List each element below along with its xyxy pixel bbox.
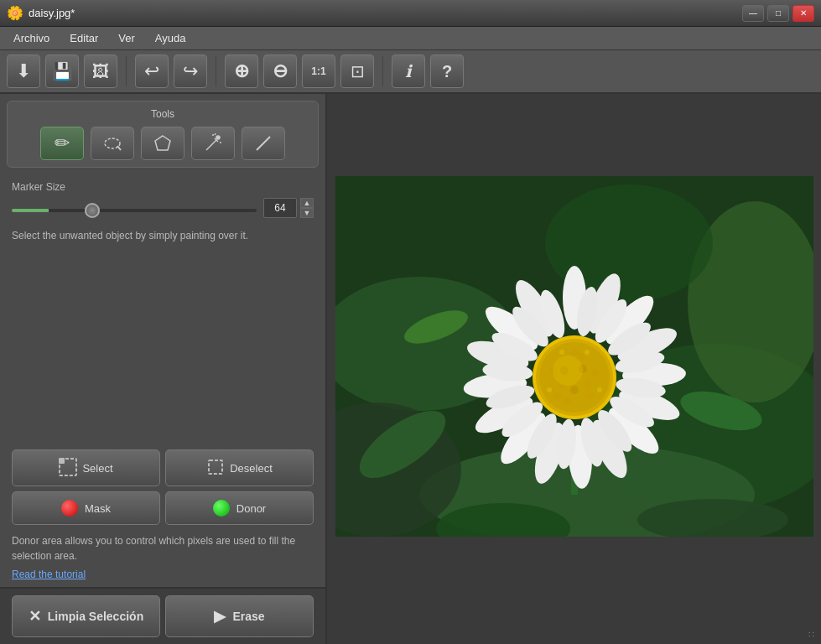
svg-line-1: [117, 146, 121, 150]
mask-row: Mask Donor: [0, 491, 325, 530]
mask-label: Mask: [85, 502, 111, 515]
left-panel: Tools ✏: [0, 94, 327, 644]
size-row: ▲ ▼: [263, 198, 314, 218]
tool-lasso[interactable]: [91, 127, 134, 160]
image-canvas: [335, 176, 813, 537]
deselect-button[interactable]: Deselect: [165, 449, 314, 486]
redo-button[interactable]: ↪: [174, 55, 207, 88]
mask-button[interactable]: Mask: [12, 491, 160, 525]
svg-point-75: [553, 356, 583, 386]
action-row: ✕ Limpia Selección ▶ Erase: [0, 587, 325, 644]
donor-button[interactable]: Donor: [165, 491, 314, 525]
erase-label: Erase: [232, 610, 264, 623]
help-button[interactable]: ?: [430, 55, 464, 88]
svg-point-62: [584, 381, 590, 387]
size-up-button[interactable]: ▲: [300, 198, 314, 208]
right-panel[interactable]: ∷: [327, 94, 821, 644]
slider-container[interactable]: [12, 200, 257, 216]
description-text: Select the unwanted object by simply pai…: [0, 225, 325, 250]
tools-label: Tools: [14, 108, 311, 120]
main-layout: Tools ✏: [0, 94, 821, 644]
svg-point-68: [571, 349, 578, 356]
marker-size-label: Marker Size: [12, 181, 314, 193]
svg-point-74: [559, 350, 564, 355]
svg-point-71: [597, 387, 602, 392]
svg-point-72: [547, 387, 552, 392]
select-label: Select: [82, 462, 112, 475]
tool-line[interactable]: [242, 127, 285, 160]
deselect-icon: [206, 458, 225, 479]
mask-icon: [61, 500, 78, 517]
tools-row: ✏: [14, 127, 311, 160]
svg-point-5: [216, 136, 220, 139]
menu-bar: Archivo Editar Ver Ayuda: [0, 27, 821, 50]
menu-ver[interactable]: Ver: [108, 29, 145, 48]
donor-icon: [213, 500, 230, 517]
clear-selection-button[interactable]: ✕ Limpia Selección: [12, 595, 160, 637]
svg-line-8: [215, 133, 216, 135]
zoom-in-button[interactable]: ⊕: [225, 55, 258, 88]
app-icon: 🌼: [7, 5, 23, 21]
clear-icon: ✕: [29, 607, 41, 626]
svg-point-69: [588, 392, 595, 399]
svg-point-65: [564, 397, 571, 404]
menu-editar[interactable]: Editar: [60, 29, 108, 48]
svg-point-64: [578, 353, 585, 360]
image-button[interactable]: 🖼: [84, 55, 117, 88]
svg-line-3: [206, 140, 216, 150]
panel-spacer: [0, 250, 325, 444]
zoom-out-button[interactable]: ⊖: [263, 55, 297, 88]
minimize-button[interactable]: —: [742, 5, 764, 22]
menu-archivo[interactable]: Archivo: [3, 29, 60, 48]
clear-label: Limpia Selección: [48, 610, 143, 624]
tool-magic[interactable]: [191, 127, 235, 160]
tool-paint[interactable]: ✏: [40, 127, 84, 160]
tool-polygon[interactable]: [141, 127, 184, 160]
tools-section: Tools ✏: [7, 101, 319, 168]
deselect-label: Deselect: [230, 462, 273, 475]
one-to-one-button[interactable]: 1:1: [302, 55, 335, 88]
svg-rect-12: [209, 460, 222, 474]
menu-ayuda[interactable]: Ayuda: [145, 29, 196, 48]
svg-line-9: [257, 137, 270, 150]
maximize-button[interactable]: □: [767, 5, 789, 22]
toolbar-separator-3: [382, 56, 383, 86]
title-bar: 🌼 daisy.jpg* — □ ✕: [0, 0, 821, 27]
size-down-button[interactable]: ▼: [300, 208, 314, 218]
undo-button[interactable]: ↩: [135, 55, 169, 88]
fit-button[interactable]: ⊡: [340, 55, 374, 88]
title-left: 🌼 daisy.jpg*: [7, 5, 75, 21]
size-spinners: ▲ ▼: [300, 198, 314, 218]
donor-label: Donor: [236, 502, 266, 515]
select-row: Select Deselect: [0, 444, 325, 491]
svg-point-73: [585, 350, 590, 355]
erase-icon: ▶: [214, 607, 226, 626]
svg-point-66: [592, 370, 599, 377]
svg-point-61: [570, 386, 579, 394]
status-bar: ∷: [808, 630, 814, 641]
donor-description: Donor area allows you to control which p…: [0, 530, 325, 567]
svg-marker-2: [155, 136, 170, 150]
window-controls: — □ ✕: [742, 5, 814, 22]
erase-button[interactable]: ▶ Erase: [165, 595, 314, 637]
read-tutorial-link[interactable]: Read the tutorial: [0, 567, 325, 587]
size-input[interactable]: [263, 198, 297, 218]
close-button[interactable]: ✕: [792, 5, 814, 22]
svg-point-70: [554, 392, 561, 399]
marker-section: Marker Size ▲ ▼: [0, 174, 325, 225]
toolbar-separator-2: [216, 56, 216, 86]
select-icon: [59, 458, 77, 479]
svg-rect-11: [59, 458, 65, 464]
info-button[interactable]: ℹ: [392, 55, 425, 88]
marker-row: ▲ ▼: [12, 198, 314, 218]
marker-size-slider[interactable]: [12, 209, 257, 212]
flower-image: [335, 176, 813, 537]
save-button[interactable]: 💾: [45, 55, 79, 88]
select-button[interactable]: Select: [12, 449, 160, 486]
toolbar: ⬇ 💾 🖼 ↩ ↪ ⊕ ⊖ 1:1 ⊡ ℹ ?: [0, 50, 821, 94]
open-button[interactable]: ⬇: [7, 55, 40, 88]
window-title: daisy.jpg*: [29, 7, 75, 19]
toolbar-separator-1: [126, 56, 127, 86]
